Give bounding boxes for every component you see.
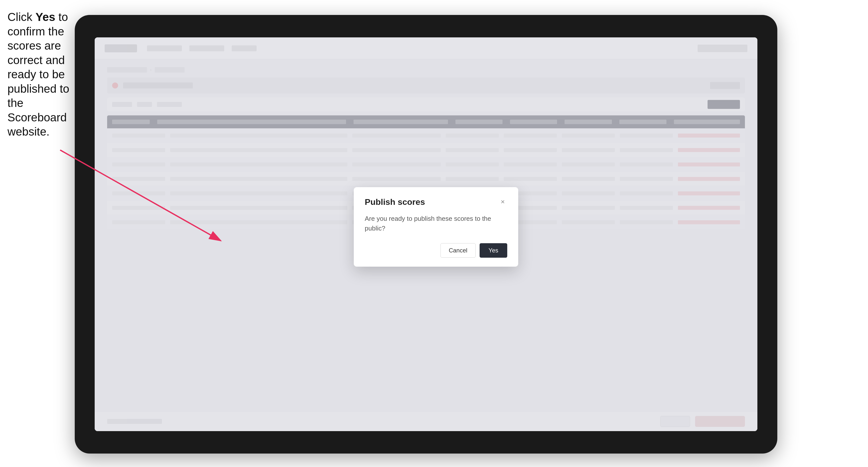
modal-title: Publish scores: [365, 197, 425, 207]
publish-scores-modal: Publish scores × Are you ready to publis…: [354, 187, 518, 267]
instruction-text: Click Yes to confirm the scores are corr…: [7, 10, 77, 139]
modal-body-text: Are you ready to publish these scores to…: [365, 214, 507, 233]
modal-footer: Cancel Yes: [365, 243, 507, 258]
instruction-bold: Yes: [35, 10, 55, 24]
cancel-button[interactable]: Cancel: [440, 243, 475, 258]
modal-header: Publish scores ×: [365, 197, 507, 207]
tablet: ›: [75, 15, 777, 454]
instruction-rest: to confirm the scores are correct and re…: [7, 10, 69, 138]
yes-button[interactable]: Yes: [479, 243, 507, 258]
tablet-screen: ›: [95, 37, 757, 431]
modal-close-button[interactable]: ×: [498, 197, 507, 206]
modal-overlay: Publish scores × Are you ready to publis…: [95, 37, 757, 431]
